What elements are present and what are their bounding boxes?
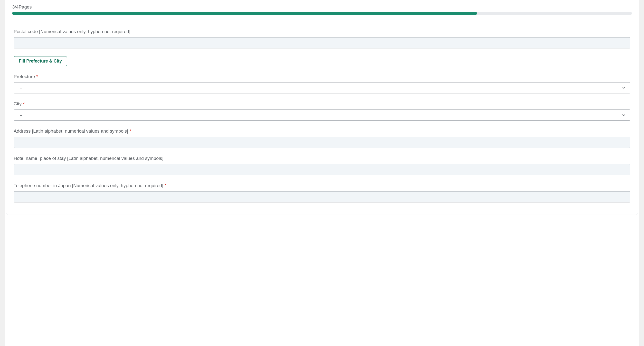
telephone-label: Telephone number in Japan [Numerical val… (14, 183, 630, 188)
hotel-label: Hotel name, place of stay [Latin alphabe… (14, 156, 630, 161)
postal-code-input[interactable] (14, 37, 630, 48)
required-mark: * (128, 128, 131, 134)
city-label: City * (14, 101, 630, 107)
postal-code-label-text: Postal code [Numerical values only, hyph… (14, 29, 130, 34)
city-select[interactable]: － (14, 109, 630, 121)
required-mark: * (163, 183, 166, 188)
prefecture-select[interactable]: － (14, 82, 630, 93)
prefecture-select-wrapper: － (14, 82, 630, 93)
address-input[interactable] (14, 137, 630, 148)
required-mark: * (22, 101, 25, 106)
city-field: City * － (14, 101, 630, 121)
address-label: Address [Latin alphabet, numerical value… (14, 128, 630, 134)
hotel-input[interactable] (14, 164, 630, 175)
progress-section: 3/4Pages (5, 0, 639, 15)
fill-prefecture-city-button[interactable]: Fill Prefecture & City (14, 56, 67, 66)
hotel-label-text: Hotel name, place of stay [Latin alphabe… (14, 156, 164, 161)
form-container: Postal code [Numerical values only, hyph… (6, 20, 638, 215)
city-label-text: City (14, 101, 22, 106)
address-field: Address [Latin alphabet, numerical value… (14, 128, 630, 148)
hotel-field: Hotel name, place of stay [Latin alphabe… (14, 156, 630, 175)
postal-code-label: Postal code [Numerical values only, hyph… (14, 29, 630, 34)
page-container: 3/4Pages Postal code [Numerical values o… (5, 0, 639, 346)
prefecture-label: Prefecture * (14, 74, 630, 79)
telephone-label-text: Telephone number in Japan [Numerical val… (14, 183, 163, 188)
progress-label: 3/4Pages (12, 4, 632, 10)
city-select-wrapper: － (14, 109, 630, 121)
address-label-text: Address [Latin alphabet, numerical value… (14, 128, 128, 134)
telephone-input[interactable] (14, 191, 630, 202)
postal-code-field: Postal code [Numerical values only, hyph… (14, 29, 630, 48)
progress-bar (12, 12, 632, 15)
progress-fill (12, 12, 477, 15)
telephone-field: Telephone number in Japan [Numerical val… (14, 183, 630, 202)
prefecture-label-text: Prefecture (14, 74, 35, 79)
prefecture-field: Prefecture * － (14, 74, 630, 93)
required-mark: * (35, 74, 38, 79)
